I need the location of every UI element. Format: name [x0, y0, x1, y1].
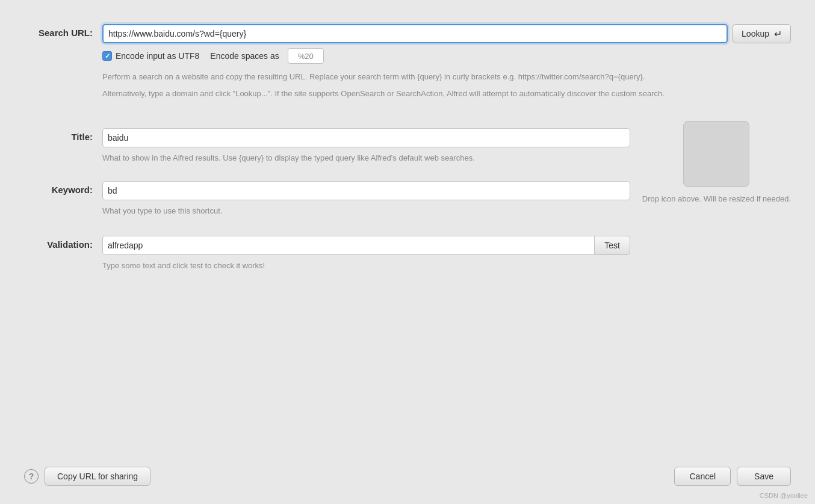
validation-label: Validation:: [24, 236, 102, 250]
search-url-row: Search URL: Lookup ↵ Encode input as UTF…: [24, 24, 791, 114]
icon-drop-zone[interactable]: [683, 121, 749, 187]
cancel-button[interactable]: Cancel: [674, 467, 731, 486]
encode-utf8-checkbox-wrapper[interactable]: Encode input as UTF8: [102, 51, 199, 61]
help-button[interactable]: ?: [24, 469, 39, 484]
icon-drop-panel: Drop icon above. Will be resized if need…: [642, 118, 791, 205]
footer: ? Copy URL for sharing Cancel Save: [24, 457, 791, 486]
title-hint: What to show in the Alfred results. Use …: [102, 152, 630, 164]
title-input[interactable]: [102, 128, 630, 147]
title-label: Title:: [24, 128, 102, 142]
keyword-label: Keyword:: [24, 181, 102, 195]
search-url-input[interactable]: [102, 24, 728, 43]
lookup-button[interactable]: Lookup ↵: [733, 24, 791, 43]
keyword-hint: What you type to use this shortcut.: [102, 205, 630, 217]
title-row: Title: What to show in the Alfred result…: [24, 128, 630, 169]
copy-url-button[interactable]: Copy URL for sharing: [45, 467, 150, 486]
encode-spaces-label: Encode spaces as: [210, 51, 279, 61]
hint-text-2: Alternatively, type a domain and click "…: [102, 88, 791, 100]
validation-input[interactable]: [102, 236, 594, 255]
main-container: Search URL: Lookup ↵ Encode input as UTF…: [0, 0, 815, 504]
validation-input-row: Test: [102, 236, 630, 255]
footer-right: Cancel Save: [674, 467, 791, 486]
search-url-input-row: Lookup ↵: [102, 24, 791, 43]
watermark: CSDN @yooliee: [760, 492, 808, 499]
hint-text-1: Perform a search on a website and copy t…: [102, 71, 791, 83]
validation-content: Test Type some text and click test to ch…: [102, 236, 630, 277]
keyword-content: What you type to use this shortcut.: [102, 181, 630, 222]
title-content: What to show in the Alfred results. Use …: [102, 128, 630, 169]
encode-utf8-label: Encode input as UTF8: [116, 51, 199, 61]
encode-utf8-checkbox[interactable]: [102, 51, 112, 61]
encode-spaces-input[interactable]: [288, 48, 324, 64]
validation-row: Validation: Test Type some text and clic…: [24, 236, 630, 277]
footer-left: ? Copy URL for sharing: [24, 467, 150, 486]
save-button[interactable]: Save: [737, 467, 791, 486]
title-keyword-area: Title: What to show in the Alfred result…: [24, 118, 630, 281]
icon-drop-text: Drop icon above. Will be resized if need…: [642, 193, 791, 205]
keyword-row: Keyword: What you type to use this short…: [24, 181, 630, 222]
search-url-label: Search URL:: [24, 24, 102, 38]
encode-row: Encode input as UTF8 Encode spaces as: [102, 48, 791, 64]
title-icon-section: Title: What to show in the Alfred result…: [24, 118, 791, 281]
test-button[interactable]: Test: [594, 236, 630, 255]
validation-hint: Type some text and click test to check i…: [102, 260, 630, 272]
search-url-content: Lookup ↵ Encode input as UTF8 Encode spa…: [102, 24, 791, 114]
form-area: Search URL: Lookup ↵ Encode input as UTF…: [24, 24, 791, 443]
keyword-input[interactable]: [102, 181, 630, 200]
return-icon: ↵: [774, 28, 782, 40]
